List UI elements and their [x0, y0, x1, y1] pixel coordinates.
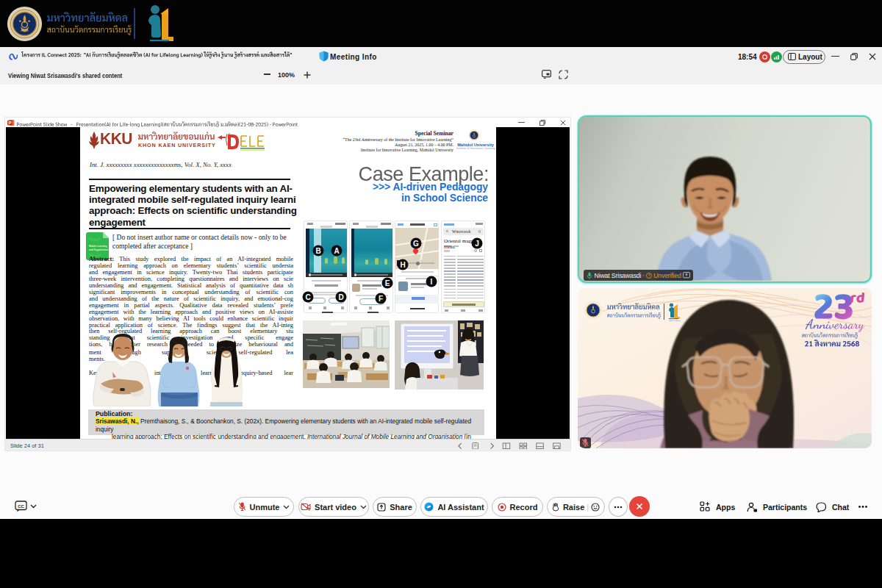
svg-text:G: G: [413, 240, 419, 248]
svg-text:Mobile Learning: Mobile Learning: [89, 245, 107, 248]
svg-text:and Organisation: and Organisation: [89, 248, 108, 251]
svg-text:E: E: [385, 279, 390, 287]
svg-text:D: D: [338, 293, 343, 301]
svg-text:?: ?: [648, 273, 650, 277]
svg-text:J: J: [475, 240, 479, 248]
svg-text:B: B: [315, 247, 320, 255]
svg-text:C: C: [305, 293, 310, 301]
svg-text:F: F: [379, 295, 383, 303]
svg-text:H: H: [400, 261, 405, 269]
svg-text:INNOVATIVE LEARNING: INNOVATIVE LEARNING: [669, 320, 681, 321]
svg-text:A: A: [334, 247, 339, 255]
svg-text:P: P: [8, 121, 11, 125]
svg-text:I: I: [431, 278, 433, 286]
svg-text:CC: CC: [18, 504, 24, 509]
